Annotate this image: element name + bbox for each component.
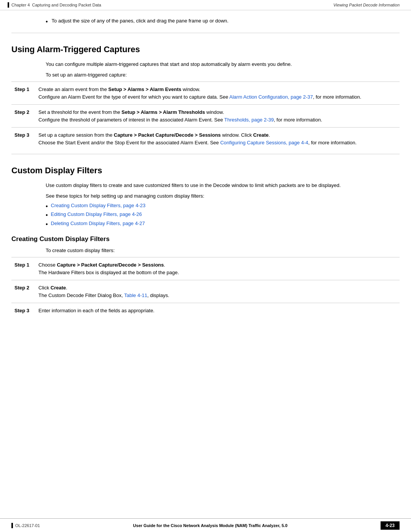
alarm-step-3-bold: Capture > Packet Capture/Decode > Sessio…: [114, 132, 221, 138]
top-bullet-text: To adjust the size of any of the panes, …: [52, 18, 229, 24]
header-left: Chapter 4 Capturing and Decoding Packet …: [8, 2, 101, 8]
section-heading-custom: Custom Display Filters: [11, 166, 400, 176]
alarm-step-2-content: Set a threshold for the event from the S…: [35, 105, 400, 128]
custom-intro-1: Use custom display filters to create and…: [46, 182, 388, 189]
alarm-step-1-link[interactable]: Alarm Action Configuration, page 2-37: [229, 94, 313, 100]
alarm-intro-2: To set up an alarm-triggered capture:: [46, 71, 388, 79]
footer-doc-number: OL-22617-01: [15, 523, 40, 528]
alarm-step-1-row: Step 1 Create an alarm event from the Se…: [11, 82, 400, 105]
creating-step-2-main-prefix: Click Create.: [38, 285, 67, 291]
custom-link-3[interactable]: Deleting Custom Display Filters, page 4-…: [51, 220, 145, 226]
creating-step-2-link[interactable]: Table 4-11: [124, 292, 147, 298]
creating-step-1-content: Choose Capture > Packet Capture/Decode >…: [35, 257, 400, 280]
creating-step-1-detail: The Hardware Filters box is displayed at…: [38, 270, 179, 275]
alarm-step-3-link[interactable]: Configuring Capture Sessions, page 4-4: [220, 140, 308, 145]
creating-step-1-main-prefix: Choose Capture > Packet Capture/Decode >…: [38, 262, 165, 268]
custom-links-list: Creating Custom Display Filters, page 4-…: [46, 203, 388, 228]
creating-step-1-bold: Capture > Packet Capture/Decode > Sessio…: [57, 262, 164, 268]
footer-page-number: 4-23: [381, 521, 400, 530]
footer-bar-icon: [11, 523, 13, 528]
header-right: Viewing Packet Decode Information: [333, 3, 400, 7]
alarm-step-3-bold2: Create: [253, 132, 268, 138]
creating-step-3-main: Enter information in each of the fields …: [38, 308, 155, 313]
alarm-steps-table: Step 1 Create an alarm event from the Se…: [11, 81, 400, 150]
alarm-step-2-detail-prefix: Configure the threshold of parameters of…: [38, 117, 224, 123]
creating-step-3-row: Step 3 Enter information in each of the …: [11, 303, 400, 318]
chapter-title: Capturing and Decoding Packet Data: [32, 3, 101, 7]
alarm-step-1-bold: Setup > Alarms > Alarm Events: [108, 86, 182, 92]
section-heading-alarm: Using Alarm-Triggered Captures: [11, 45, 400, 54]
bullet-icon: •: [46, 18, 48, 25]
creating-steps-table: Step 1 Choose Capture > Packet Capture/D…: [11, 257, 400, 318]
creating-step-3-label: Step 3: [11, 303, 35, 318]
alarm-step-3-detail-suffix: , for more information.: [308, 140, 357, 145]
alarm-step-2-bold: Setup > Alarms > Alarm Thresholds: [121, 109, 205, 115]
middle-divider: [11, 154, 400, 154]
creating-intro: To create custom display filters:: [46, 247, 388, 254]
creating-step-2-detail-suffix: , displays.: [147, 292, 169, 298]
page-footer: OL-22617-01 User Guide for the Cisco Net…: [0, 518, 411, 532]
alarm-step-1-content: Create an alarm event from the Setup > A…: [35, 82, 400, 105]
alarm-step-2-label: Step 2: [11, 105, 35, 128]
creating-step-2-label: Step 2: [11, 280, 35, 303]
alarm-step-2-link[interactable]: Thresholds, page 2-39: [224, 117, 274, 123]
custom-link-item-1: Creating Custom Display Filters, page 4-…: [46, 203, 388, 210]
alarm-step-1-main-prefix: Create an alarm event from the Setup > A…: [38, 86, 200, 92]
footer-left: OL-22617-01: [11, 523, 40, 528]
alarm-step-3-label: Step 3: [11, 128, 35, 150]
creating-step-3-content: Enter information in each of the fields …: [35, 303, 400, 318]
alarm-step-1-detail-suffix: , for more information.: [313, 94, 361, 100]
header-bar-icon: [8, 2, 9, 8]
creating-step-2-detail-prefix: The Custom Decode Filter Dialog Box,: [38, 292, 124, 298]
alarm-step-2-detail-suffix: , for more information.: [274, 117, 322, 123]
alarm-step-3-main: Set up a capture session from the Captur…: [38, 132, 270, 138]
alarm-step-3-detail-prefix: Choose the Start Event and/or the Stop E…: [38, 140, 220, 145]
top-bullet-item: • To adjust the size of any of the panes…: [46, 18, 388, 25]
footer-center-text: User Guide for the Cisco Network Analysi…: [40, 523, 381, 528]
alarm-step-2-row: Step 2 Set a threshold for the event fro…: [11, 105, 400, 128]
creating-step-1-label: Step 1: [11, 257, 35, 280]
alarm-intro-1: You can configure multiple alarm-trigger…: [46, 61, 388, 68]
top-divider: [11, 33, 400, 33]
creating-step-2-content: Click Create. The Custom Decode Filter D…: [35, 280, 400, 303]
custom-link-1[interactable]: Creating Custom Display Filters, page 4-…: [51, 203, 146, 208]
chapter-label: Chapter 4: [11, 3, 30, 7]
alarm-step-1-label: Step 1: [11, 82, 35, 105]
creating-step-2-row: Step 2 Click Create. The Custom Decode F…: [11, 280, 400, 303]
custom-intro-2: See these topics for help setting up and…: [46, 192, 388, 200]
creating-step-2-bold: Create: [51, 285, 66, 291]
subsection-heading-creating: Creating Custom Display Filters: [11, 235, 400, 243]
page-header: Chapter 4 Capturing and Decoding Packet …: [0, 0, 411, 10]
custom-link-item-3: Deleting Custom Display Filters, page 4-…: [46, 220, 388, 228]
creating-step-1-row: Step 1 Choose Capture > Packet Capture/D…: [11, 257, 400, 280]
alarm-step-3-content: Set up a capture session from the Captur…: [35, 128, 400, 150]
custom-link-item-2: Editing Custom Display Filters, page 4-2…: [46, 211, 388, 219]
alarm-step-1-detail-prefix: Configure an Alarm Event for the type of…: [38, 94, 229, 100]
alarm-step-2-main: Set a threshold for the event from the S…: [38, 109, 224, 115]
custom-link-2[interactable]: Editing Custom Display Filters, page 4-2…: [51, 211, 142, 217]
alarm-step-3-row: Step 3 Set up a capture session from the…: [11, 128, 400, 150]
